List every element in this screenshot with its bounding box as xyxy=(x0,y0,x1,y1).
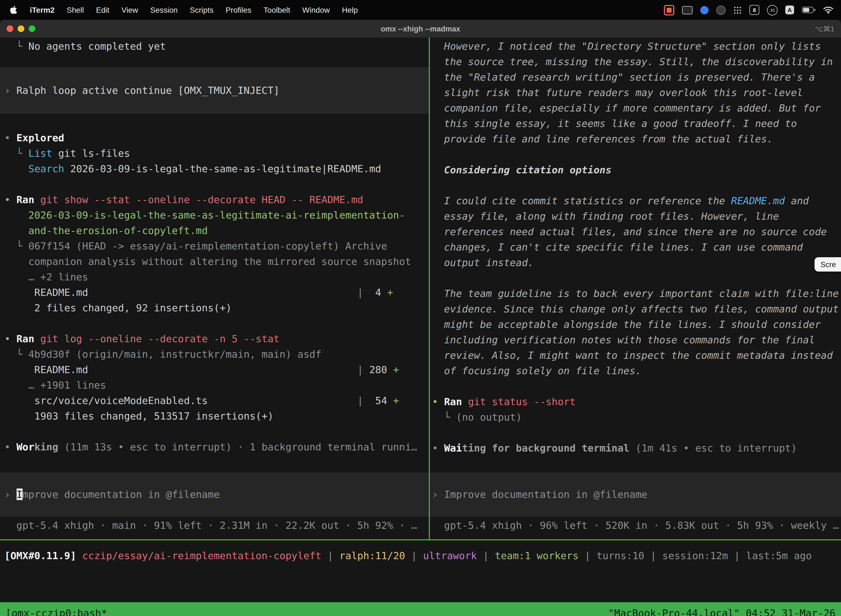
keyboard-widget-icon[interactable] xyxy=(682,6,693,14)
text-segment: | xyxy=(321,550,339,561)
terminal-line: └ List git ls-files xyxy=(4,146,429,161)
text-segment: | xyxy=(579,550,596,561)
dots-grid-icon[interactable] xyxy=(733,6,742,14)
text-segment: Wor xyxy=(16,441,34,453)
menu-item-view[interactable]: View xyxy=(115,6,144,14)
blue-app-menu-icon[interactable] xyxy=(700,6,709,14)
apple-menu[interactable] xyxy=(0,6,24,14)
prompt-input[interactable]: › Improve documentation in @filename xyxy=(430,472,841,517)
menu-item-iterm2[interactable]: iTerm2 xyxy=(24,6,61,14)
terminal-line xyxy=(432,178,841,193)
text-segment: Considering citation options xyxy=(432,164,611,176)
key-cap-icon[interactable]: 8 xyxy=(749,5,759,15)
terminal-line: review. Also, I might want to inspect th… xyxy=(432,348,841,363)
terminal-line: Considering citation options xyxy=(432,162,841,178)
dark-app-menu-icon[interactable] xyxy=(716,5,726,15)
text-segment: ultrawork xyxy=(423,550,477,561)
screen-recording-stop-icon[interactable] xyxy=(664,5,674,15)
terminal-line xyxy=(432,425,841,440)
text-segment: gpt-5.4 xhigh · main · 91% left · 2.31M … xyxy=(4,519,417,531)
text-segment: • xyxy=(4,333,16,345)
text-segment: └ 4b9d30f (origin/main, instructkr/main,… xyxy=(4,348,321,360)
text-segment: gpt-5.4 xhigh · 96% left · 520K in · 5.8… xyxy=(432,519,839,531)
text-segment: cczip/essay/ai-reimplementation-copyleft xyxy=(82,550,321,561)
terminal-line: this single essay, it seems like a good … xyxy=(432,116,841,131)
omx-status-line: [OMX#0.11.9] cczip/essay/ai-reimplementa… xyxy=(4,548,841,563)
terminal-line: However, I noticed the "Directory Struct… xyxy=(432,39,841,54)
terminal-line: • Waiting for background terminal (1m 41… xyxy=(432,440,841,456)
terminal-line: companion analysis without altering the … xyxy=(4,254,429,269)
text-segment: … +1901 lines xyxy=(4,379,106,391)
text-segment: 2026-03-09-is-legal-the-same-as-legitima… xyxy=(4,209,405,221)
input-source-icon[interactable]: A xyxy=(785,6,794,14)
ralph-loop-banner: › Ralph loop active continue [OMX_TMUX_I… xyxy=(0,67,429,114)
panel-line: › Ralph loop active continue [OMX_TMUX_I… xyxy=(4,83,429,98)
text-segment: Improve documentation in @filename xyxy=(444,488,647,500)
menu-item-toolbelt[interactable]: Toolbelt xyxy=(258,6,296,14)
terminal-line: I could cite commit statistics or refere… xyxy=(432,193,841,209)
text-segment: ting for background terminal xyxy=(462,442,629,454)
right-terminal-pane[interactable]: However, I noticed the "Directory Struct… xyxy=(430,38,841,539)
text-segment: team:1 workers xyxy=(495,550,578,561)
text-segment: the source tree, missing the essay. Stil… xyxy=(432,56,833,67)
battery-gauge-icon[interactable]: .61 xyxy=(767,5,778,15)
menu-item-shell[interactable]: Shell xyxy=(61,6,90,14)
text-segment: 2026-03-09-is-legal-the-same-as-legitima… xyxy=(64,163,381,175)
text-segment: | xyxy=(357,286,363,298)
left-terminal-pane[interactable]: └ No agents completed yet› Ralph loop ac… xyxy=(0,38,429,539)
prompt-input[interactable]: › Improve documentation in @filename xyxy=(0,472,429,517)
text-segment: └ xyxy=(4,40,28,52)
text-segment: git show --stat --oneline --decorate HEA… xyxy=(34,194,363,205)
text-segment: Ran xyxy=(16,333,34,345)
text-segment: └ xyxy=(4,147,28,159)
menu-item-profiles[interactable]: Profiles xyxy=(220,6,258,14)
tmux-session-label: [omx-cczip0:bash* xyxy=(6,607,107,616)
panel-line: › Improve documentation in @filename xyxy=(4,487,429,502)
spacer xyxy=(4,114,429,130)
terminal-line: and-the-erosion-of-copyleft.md xyxy=(4,223,429,238)
text-segment: └ (no output) xyxy=(432,411,522,423)
text-segment: … +2 lines xyxy=(4,271,88,283)
text-segment: git ls-files xyxy=(52,147,130,159)
panel-line: › Improve documentation in @filename xyxy=(432,487,841,502)
text-segment: this single essay, it seems like a good … xyxy=(432,117,797,129)
battery-icon[interactable] xyxy=(802,7,816,13)
text-segment: src/voice/voiceModeEnabled.ts xyxy=(4,395,357,406)
text-segment: README.md xyxy=(4,364,357,375)
text-segment: [OMX#0.11.9] xyxy=(4,550,82,561)
wifi-icon[interactable] xyxy=(823,6,833,14)
text-segment: references need actual files, and since … xyxy=(432,226,827,238)
terminal-line: └ No agents completed yet xyxy=(4,39,429,54)
terminal-line: … +2 lines xyxy=(4,269,429,285)
spacer xyxy=(432,456,841,472)
terminal-line: • Explored xyxy=(4,130,429,146)
terminal-line: output instead. xyxy=(432,255,841,270)
text-segment: I xyxy=(16,488,22,500)
text-segment xyxy=(4,163,28,175)
text-segment: of focusing solely on file lines. xyxy=(432,365,642,377)
menu-item-session[interactable]: Session xyxy=(144,6,184,14)
text-segment: | xyxy=(728,550,746,561)
menu-item-window[interactable]: Window xyxy=(296,6,336,14)
screen-sharing-overlay-button[interactable]: Scre xyxy=(815,257,841,271)
text-segment: 2 files changed, 92 insertions(+) xyxy=(4,302,232,314)
terminal-panes: └ No agents completed yet› Ralph loop ac… xyxy=(0,38,841,539)
text-segment: | xyxy=(405,550,423,561)
menu-item-scripts[interactable]: Scripts xyxy=(184,6,220,14)
terminal-line: • Working (11m 13s • esc to interrupt) ·… xyxy=(4,439,429,455)
text-segment: ralph:11/20 xyxy=(339,550,405,561)
menu-item-help[interactable]: Help xyxy=(336,6,364,14)
dots-grid-glyph xyxy=(733,6,742,14)
text-segment: • xyxy=(4,132,16,144)
menu-item-edit[interactable]: Edit xyxy=(90,6,115,14)
text-segment: output instead. xyxy=(432,257,533,268)
terminal-line: slight risk that future readers may over… xyxy=(432,85,841,100)
window-title-bar[interactable]: omx --xhigh --madmax ⌥⌘1 xyxy=(0,20,841,38)
terminal-line: src/voice/voiceModeEnabled.ts | 54 + xyxy=(4,393,429,408)
text-segment: last:5m ago xyxy=(746,550,812,561)
text-segment: (11m 13s • esc to interrupt) · 1 backgro… xyxy=(58,441,417,453)
text-segment: • xyxy=(4,194,16,205)
text-segment: git log --oneline --decorate -n 5 --stat xyxy=(34,333,280,345)
terminal-line: The team guideline is to back every impo… xyxy=(432,286,841,301)
text-segment: evidence. Since this change only affects… xyxy=(432,303,839,315)
